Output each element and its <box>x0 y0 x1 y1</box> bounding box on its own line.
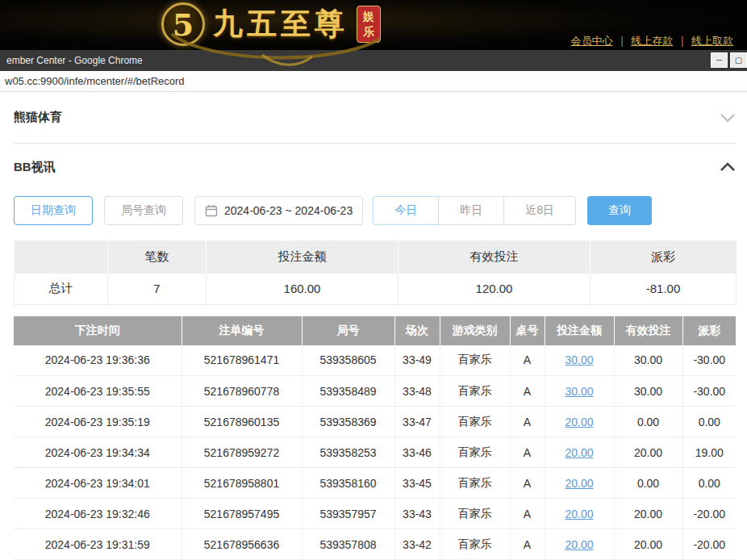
nav-online-withdraw[interactable]: 线上取款 <box>691 35 733 47</box>
cell-bet-id: 521678956636 <box>182 529 302 560</box>
cell-table-no: A <box>510 407 545 437</box>
cell-table-no: A <box>510 376 545 407</box>
window-controls: ─ ▢ <box>708 52 747 68</box>
cell-bet-time: 2024-06-23 19:36:36 <box>14 345 182 376</box>
col-bet-time: 下注时间 <box>14 316 182 345</box>
cell-bet-id: 521678958801 <box>182 468 302 499</box>
bet-amount-link[interactable]: 20.00 <box>565 508 593 520</box>
quick-last8days-button[interactable]: 近8日 <box>503 196 576 225</box>
cell-bet-id: 521678960778 <box>182 376 302 407</box>
cell-payout: 0.00 <box>682 468 736 499</box>
chevron-up-icon[interactable] <box>720 162 736 172</box>
maximize-icon[interactable]: ▢ <box>730 52 747 68</box>
bet-amount-link[interactable]: 20.00 <box>565 477 593 490</box>
cell-round-no: 539358605 <box>302 345 394 376</box>
filter-toolbar: 日期查询 局号查询 2024-06-23 ~ 2024-06-23 今日 昨日 … <box>14 190 736 231</box>
summary-header-payout: 派彩 <box>591 240 737 274</box>
banner-nav: 会员中心｜线上存款｜线上取款 <box>569 34 736 48</box>
round-query-button[interactable]: 局号查询 <box>104 196 183 225</box>
summary-bet-amount-value: 160.00 <box>207 274 399 304</box>
url-text: w05.cc:9900/infe/mcenter/#/betRecord <box>5 75 185 87</box>
cell-valid-bet: 20.00 <box>614 529 682 560</box>
date-range-value: 2024-06-23 ~ 2024-06-23 <box>224 204 353 217</box>
quick-today-button[interactable]: 今日 <box>373 196 439 225</box>
cell-bet-time: 2024-06-23 19:34:01 <box>14 468 182 499</box>
summary-header-count: 笔数 <box>108 240 207 274</box>
summary-header-blank <box>15 240 108 274</box>
cell-bet-time: 2024-06-23 19:35:19 <box>14 407 182 437</box>
col-table-no: 桌号 <box>510 316 545 345</box>
cell-valid-bet: 30.00 <box>614 345 682 376</box>
cell-valid-bet: 0.00 <box>614 407 682 437</box>
bet-amount-link[interactable]: 20.00 <box>565 416 593 428</box>
summary-table: 笔数 投注金额 有效投注 派彩 总计 7 160.00 120.00 -81.0… <box>14 240 737 305</box>
cell-table-no: A <box>510 437 545 468</box>
col-bet-amount: 投注金额 <box>545 316 614 345</box>
table-row: 2024-06-23 19:34:34 521678959272 5393582… <box>14 437 736 468</box>
cell-valid-bet: 0.00 <box>614 468 682 499</box>
nav-member-center[interactable]: 会员中心 <box>571 35 613 47</box>
cell-session: 33-45 <box>394 468 440 499</box>
cell-round-no: 539358489 <box>302 376 394 407</box>
cell-payout: -30.00 <box>682 376 736 407</box>
cell-bet-amount: 20.00 <box>545 468 614 499</box>
section-bb-video[interactable]: BB视讯 <box>14 144 736 190</box>
section-panda-sports[interactable]: 熊猫体育 <box>14 92 736 144</box>
cell-table-no: A <box>510 529 545 560</box>
cell-bet-amount: 20.00 <box>545 437 614 468</box>
bet-amount-link[interactable]: 30.00 <box>565 353 593 366</box>
bet-amount-link[interactable]: 20.00 <box>565 538 593 551</box>
cell-bet-id: 521678960135 <box>182 407 302 437</box>
logo-badge: 娱 乐 <box>357 6 381 43</box>
cell-valid-bet: 20.00 <box>614 499 682 529</box>
quick-yesterday-button[interactable]: 昨日 <box>438 196 504 225</box>
logo-title: 九五至尊 <box>213 4 348 44</box>
table-row: 2024-06-23 19:31:59 521678956636 5393578… <box>14 529 736 560</box>
summary-header-bet-amount: 投注金额 <box>207 240 399 274</box>
chevron-down-icon[interactable] <box>720 113 736 123</box>
cell-bet-amount: 20.00 <box>545 529 614 560</box>
cell-bet-id: 521678959272 <box>182 437 302 468</box>
cell-bet-amount: 20.00 <box>545 407 614 437</box>
main-content: 熊猫体育 BB视讯 日期查询 局号查询 2024-06-23 ~ 2024-06… <box>0 92 747 560</box>
cell-bet-time: 2024-06-23 19:35:55 <box>14 376 182 407</box>
site-banner: 5 九五至尊 娱 乐 会员中心｜线上存款｜线上取款 <box>0 0 747 50</box>
quick-range-group: 今日 昨日 近8日 <box>373 196 576 225</box>
section-title-panda: 熊猫体育 <box>14 110 62 125</box>
screen: 5 九五至尊 娱 乐 会员中心｜线上存款｜线上取款 ember Center -… <box>0 0 747 560</box>
summary-total-label: 总计 <box>15 274 108 304</box>
bet-record-table: 下注时间 注单编号 局号 场次 游戏类别 桌号 投注金额 有效投注 派彩 202… <box>14 316 736 560</box>
nav-online-deposit[interactable]: 线上存款 <box>631 35 673 47</box>
cell-round-no: 539358160 <box>302 468 394 499</box>
date-range-input[interactable]: 2024-06-23 ~ 2024-06-23 <box>194 196 363 225</box>
date-query-button[interactable]: 日期查询 <box>14 196 93 225</box>
cell-game-type: 百家乐 <box>440 468 510 499</box>
table-row: 2024-06-23 19:35:19 521678960135 5393583… <box>14 407 736 437</box>
table-row: 2024-06-23 19:34:01 521678958801 5393581… <box>14 468 736 499</box>
logo-number-icon: 5 <box>161 2 205 46</box>
col-session: 场次 <box>394 316 440 345</box>
col-payout: 派彩 <box>682 316 736 345</box>
cell-payout: 19.00 <box>682 437 736 468</box>
cell-valid-bet: 20.00 <box>614 437 682 468</box>
cell-bet-amount: 30.00 <box>545 376 614 407</box>
search-button[interactable]: 查询 <box>587 196 652 225</box>
bet-amount-link[interactable]: 20.00 <box>565 446 593 459</box>
cell-bet-amount: 30.00 <box>545 345 614 376</box>
summary-valid-bet-value: 120.00 <box>399 274 591 304</box>
cell-bet-time: 2024-06-23 19:34:34 <box>14 437 182 468</box>
table-row: 2024-06-23 19:32:46 521678957495 5393579… <box>14 499 736 529</box>
bet-amount-link[interactable]: 30.00 <box>565 385 593 398</box>
calendar-icon <box>205 204 218 217</box>
table-row: 2024-06-23 19:35:55 521678960778 5393584… <box>14 376 736 407</box>
minimize-icon[interactable]: ─ <box>711 52 728 68</box>
summary-payout-value: -81.00 <box>591 274 737 304</box>
col-bet-id: 注单编号 <box>182 316 302 345</box>
cell-round-no: 539357808 <box>302 529 394 560</box>
cell-session: 33-47 <box>394 407 440 437</box>
table-row: 2024-06-23 19:36:36 521678961471 5393586… <box>14 345 736 376</box>
address-bar[interactable]: w05.cc:9900/infe/mcenter/#/betRecord <box>0 71 747 92</box>
col-valid-bet: 有效投注 <box>614 316 682 345</box>
cell-bet-id: 521678961471 <box>182 345 302 376</box>
cell-game-type: 百家乐 <box>440 376 510 407</box>
